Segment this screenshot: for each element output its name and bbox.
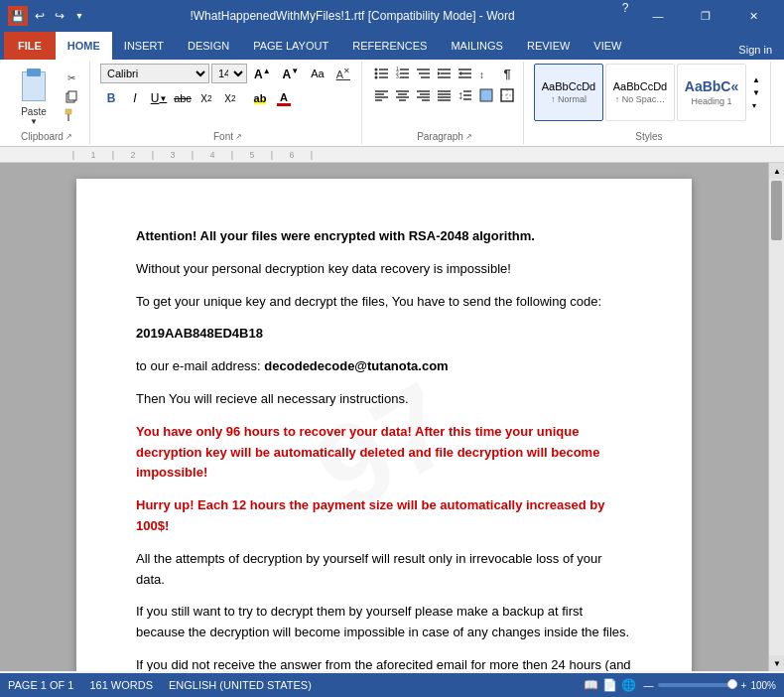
decrease-indent-button[interactable] bbox=[435, 64, 455, 83]
increase-indent-button[interactable] bbox=[456, 64, 475, 83]
copy-icon bbox=[65, 89, 78, 103]
font-name-select[interactable]: Calibri bbox=[100, 64, 209, 83]
show-marks-button[interactable]: ¶ bbox=[497, 64, 517, 83]
scroll-thumb[interactable] bbox=[771, 181, 782, 240]
scroll-track[interactable] bbox=[769, 179, 784, 655]
justify-button[interactable] bbox=[435, 85, 455, 105]
title-bar: 💾 ↩ ↪ ▼ !WhatHappenedWithMyFiles!1.rtf [… bbox=[0, 0, 784, 32]
bullets-button[interactable] bbox=[372, 64, 392, 83]
font-dialog-icon[interactable]: ↗ bbox=[235, 132, 242, 141]
style-normal[interactable]: AaBbCcDd ↑ Normal bbox=[534, 64, 603, 121]
superscript-button[interactable]: X2 bbox=[219, 87, 241, 109]
code-text: 2019AAB848ED4B18 bbox=[136, 326, 263, 341]
nospace-label: ↑ No Spac… bbox=[615, 94, 666, 104]
minimize-button[interactable]: — bbox=[635, 0, 681, 32]
customize-icon[interactable]: ▼ bbox=[71, 8, 87, 24]
paragraph-label: Paragraph ↗ bbox=[417, 129, 472, 142]
shading-button[interactable] bbox=[476, 85, 496, 105]
restore-button[interactable]: ❐ bbox=[683, 0, 728, 32]
ribbon-group-styles: AaBbCcDd ↑ Normal AaBbCcDd ↑ No Spac… Aa… bbox=[528, 62, 771, 144]
decrease-indent-icon bbox=[437, 66, 453, 81]
font-shrink-button[interactable]: A▼ bbox=[278, 64, 305, 83]
font-color-button[interactable]: A bbox=[273, 87, 295, 109]
align-right-button[interactable] bbox=[414, 85, 434, 105]
copy-button[interactable] bbox=[60, 87, 83, 105]
para-attention: Attention! All your files were encrypted… bbox=[136, 226, 632, 247]
document-page: 97 Attention! All your files were encryp… bbox=[76, 179, 692, 671]
redo-icon[interactable]: ↪ bbox=[52, 8, 67, 24]
strikethrough-button[interactable]: abc bbox=[172, 87, 194, 109]
page-info: PAGE 1 OF 1 bbox=[8, 679, 73, 691]
style-heading1[interactable]: AaBbC« Heading 1 bbox=[677, 64, 746, 121]
align-left-button[interactable] bbox=[372, 85, 392, 105]
zoom-slider-track[interactable] bbox=[658, 683, 737, 687]
format-painter-button[interactable] bbox=[60, 106, 83, 124]
line-spacing-button[interactable]: ↕ bbox=[456, 85, 475, 105]
bold-button[interactable]: B bbox=[100, 87, 122, 109]
subscript-button[interactable]: X2 bbox=[196, 87, 217, 109]
font-size-select[interactable]: 14 bbox=[211, 64, 247, 83]
svg-point-6 bbox=[375, 72, 378, 75]
main-area: 97 Attention! All your files were encryp… bbox=[0, 163, 784, 671]
numbering-button[interactable]: 1.2.3. bbox=[393, 64, 413, 83]
styles-down-icon[interactable]: ▼ bbox=[750, 86, 762, 99]
word-save-icon[interactable]: 💾 bbox=[8, 6, 28, 26]
word-count: 161 WORDS bbox=[89, 679, 153, 691]
sort-icon: ↕ bbox=[478, 66, 494, 81]
window-controls: ? — ❐ ✕ bbox=[617, 0, 776, 32]
numbering-icon: 1.2.3. bbox=[395, 66, 411, 81]
clipboard-dialog-icon[interactable]: ↗ bbox=[65, 132, 72, 141]
multilevel-button[interactable] bbox=[414, 64, 434, 83]
paste-button[interactable]: Paste ▼ bbox=[10, 67, 58, 126]
help-icon[interactable]: ? bbox=[617, 0, 633, 16]
svg-rect-48 bbox=[480, 89, 492, 101]
font-grow-button[interactable]: A▲ bbox=[249, 64, 276, 83]
italic-button[interactable]: I bbox=[124, 87, 146, 109]
undo-icon[interactable]: ↩ bbox=[32, 8, 48, 24]
tab-review[interactable]: REVIEW bbox=[515, 32, 582, 60]
tab-home[interactable]: HOME bbox=[56, 32, 112, 60]
nospace-preview: AaBbCcDd bbox=[613, 80, 667, 92]
font-name-row: Calibri 14 A▲ A▼ Aa A✕ bbox=[100, 64, 355, 83]
font-format-row: B I U▼ abc X2 X2 ab A bbox=[100, 87, 355, 109]
text-highlight-button[interactable]: ab bbox=[249, 87, 271, 109]
tab-view[interactable]: VIEW bbox=[582, 32, 633, 60]
border-button[interactable] bbox=[497, 85, 517, 105]
underline-button[interactable]: U▼ bbox=[148, 87, 170, 109]
styles-more-icon[interactable]: ▾ bbox=[750, 99, 762, 112]
close-button[interactable]: ✕ bbox=[730, 0, 776, 32]
ribbon-group-editing: Editing bbox=[775, 62, 784, 144]
clear-format-button[interactable]: A✕ bbox=[331, 64, 355, 83]
view-buttons: 📖 📄 🌐 bbox=[584, 678, 636, 692]
vertical-scrollbar[interactable]: ▲ ▼ bbox=[768, 163, 784, 671]
tab-insert[interactable]: INSERT bbox=[112, 32, 176, 60]
zoom-in-button[interactable]: + bbox=[741, 680, 747, 691]
styles-up-icon[interactable]: ▲ bbox=[750, 73, 762, 86]
paragraph-dialog-icon[interactable]: ↗ bbox=[465, 132, 472, 141]
cut-button[interactable]: ✂ bbox=[60, 69, 83, 86]
change-case-button[interactable]: Aa bbox=[306, 64, 328, 83]
scroll-up-button[interactable]: ▲ bbox=[769, 163, 784, 179]
style-nospace[interactable]: AaBbCcDd ↑ No Spac… bbox=[605, 64, 675, 121]
sign-in-link[interactable]: Sign in bbox=[730, 40, 780, 60]
scroll-down-button[interactable]: ▼ bbox=[769, 655, 784, 671]
tab-file[interactable]: FILE bbox=[4, 32, 56, 60]
tab-references[interactable]: REFERENCES bbox=[340, 32, 439, 60]
zoom-slider-thumb[interactable] bbox=[727, 679, 737, 689]
align-center-button[interactable] bbox=[393, 85, 413, 105]
tab-mailings[interactable]: MAILINGS bbox=[439, 32, 515, 60]
zoom-out-button[interactable]: — bbox=[644, 680, 654, 691]
read-mode-button[interactable]: 📖 bbox=[584, 678, 598, 692]
tab-design[interactable]: DESIGN bbox=[176, 32, 241, 60]
document-area[interactable]: 97 Attention! All your files were encryp… bbox=[0, 163, 768, 671]
sort-button[interactable]: ↕ bbox=[476, 64, 496, 83]
paste-icon bbox=[18, 67, 50, 106]
print-layout-button[interactable]: 📄 bbox=[602, 678, 617, 692]
normal-preview: AaBbCcDd bbox=[542, 80, 595, 92]
web-layout-button[interactable]: 🌐 bbox=[621, 678, 636, 692]
tab-page-layout[interactable]: PAGE LAYOUT bbox=[241, 32, 340, 60]
line-spacing-icon: ↕ bbox=[457, 87, 473, 103]
status-bar: PAGE 1 OF 1 161 WORDS ENGLISH (UNITED ST… bbox=[0, 673, 784, 697]
align-left-icon bbox=[374, 87, 390, 103]
email-address: decodedecode@tutanota.com bbox=[264, 358, 448, 373]
